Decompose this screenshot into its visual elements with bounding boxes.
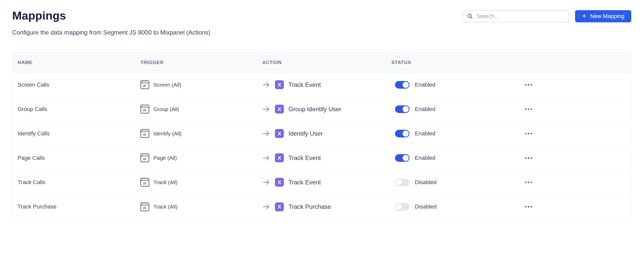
js-source-window-icon: JS xyxy=(140,153,149,162)
status-label: Enabled xyxy=(415,82,435,88)
svg-text:JS: JS xyxy=(143,133,146,136)
svg-text:JS: JS xyxy=(143,84,146,87)
action-label: Identify User xyxy=(288,130,323,137)
action-cell: X Group Identify User xyxy=(262,105,384,114)
trigger-label: Screen (All) xyxy=(153,82,181,88)
js-source-window-icon: JS xyxy=(140,202,149,211)
table-row[interactable]: Track Purchase JS Track (All) X Track Pu… xyxy=(12,195,631,219)
table-row[interactable]: Identify Calls JS Identify (All) X Ident… xyxy=(12,121,631,146)
new-mapping-button-label: New Mapping xyxy=(590,13,624,20)
table-row[interactable]: Group Calls JS Group (All) X Group Ident… xyxy=(12,97,631,121)
status-cell: Enabled xyxy=(384,130,518,137)
trigger-label: Group (All) xyxy=(153,106,179,112)
status-label: Disabled xyxy=(415,179,437,186)
action-label: Track Purchase xyxy=(288,203,331,210)
row-menu-button[interactable] xyxy=(524,131,533,136)
trigger-cell: JS Track (All) xyxy=(140,178,262,187)
status-toggle[interactable] xyxy=(395,154,409,162)
page-header: Mappings Configure the data mapping from… xyxy=(0,0,644,36)
status-label: Enabled xyxy=(415,130,435,137)
ellipsis-icon xyxy=(525,108,526,110)
mixpanel-icon: X xyxy=(275,105,284,114)
table-row[interactable]: Page Calls JS Page (All) X Track Event xyxy=(12,146,631,170)
new-mapping-button[interactable]: + New Mapping xyxy=(575,10,631,22)
arrow-right-icon xyxy=(262,203,270,210)
arrow-right-icon xyxy=(262,155,270,161)
ellipsis-icon xyxy=(525,206,526,208)
trigger-cell: JS Screen (All) xyxy=(140,80,262,89)
mapping-name: Track Calls xyxy=(18,179,140,186)
js-source-window-icon: JS xyxy=(140,105,149,114)
status-toggle[interactable] xyxy=(395,130,409,137)
js-source-window-icon: JS xyxy=(140,129,149,138)
action-label: Track Event xyxy=(288,81,321,88)
trigger-cell: JS Page (All) xyxy=(140,153,262,162)
status-cell: Enabled xyxy=(384,81,518,89)
status-label: Disabled xyxy=(415,203,437,210)
toggle-knob xyxy=(403,82,409,88)
status-toggle[interactable] xyxy=(395,203,409,211)
trigger-label: Page (All) xyxy=(153,155,177,161)
menu-cell xyxy=(518,204,631,210)
row-menu-button[interactable] xyxy=(524,155,533,161)
page-subtitle: Configure the data mapping from Segment … xyxy=(12,29,210,36)
table-row[interactable]: Track Calls JS Track (All) X Track Event xyxy=(12,170,631,195)
status-cell: Disabled xyxy=(384,203,518,211)
js-source-window-icon: JS xyxy=(140,178,149,187)
column-header-trigger: TRIGGER xyxy=(140,60,262,65)
plus-icon: + xyxy=(582,12,587,20)
trigger-cell: JS Track (All) xyxy=(140,202,262,211)
mapping-name: Track Purchase xyxy=(18,203,140,210)
action-cell: X Track Event xyxy=(262,178,384,187)
toggle-knob xyxy=(403,131,409,137)
trigger-label: Track (All) xyxy=(153,179,178,185)
action-label: Group Identify User xyxy=(288,106,341,113)
mixpanel-icon: X xyxy=(275,202,284,211)
status-toggle[interactable] xyxy=(395,179,409,186)
action-cell: X Identify User xyxy=(262,129,384,138)
mixpanel-icon: X xyxy=(275,80,284,89)
search-icon xyxy=(467,13,473,19)
menu-cell xyxy=(518,180,631,185)
toggle-knob xyxy=(403,155,409,161)
status-cell: Enabled xyxy=(384,105,518,113)
mapping-name: Identify Calls xyxy=(18,130,140,137)
trigger-cell: JS Identify (All) xyxy=(140,129,262,138)
status-cell: Disabled xyxy=(384,179,518,186)
action-cell: X Track Purchase xyxy=(262,202,384,211)
trigger-cell: JS Group (All) xyxy=(140,105,262,114)
column-header-action: ACTION xyxy=(262,60,384,65)
menu-cell xyxy=(518,82,631,88)
js-source-window-icon: JS xyxy=(140,80,149,89)
page-header-left: Mappings Configure the data mapping from… xyxy=(12,9,210,36)
row-menu-button[interactable] xyxy=(524,82,533,88)
status-toggle[interactable] xyxy=(395,81,409,89)
mapping-name: Page Calls xyxy=(18,155,140,161)
status-toggle[interactable] xyxy=(395,105,409,113)
trigger-label: Track (All) xyxy=(153,204,178,210)
row-menu-button[interactable] xyxy=(524,180,533,185)
mapping-name: Group Calls xyxy=(18,106,140,113)
mixpanel-icon: X xyxy=(275,153,284,162)
ellipsis-icon xyxy=(525,182,526,183)
row-menu-button[interactable] xyxy=(524,106,533,112)
search-box xyxy=(463,10,569,22)
toggle-knob xyxy=(403,106,409,112)
svg-text:JS: JS xyxy=(143,206,146,210)
action-label: Track Event xyxy=(288,154,321,162)
arrow-right-icon xyxy=(262,106,270,113)
arrow-right-icon xyxy=(262,130,270,137)
search-input[interactable] xyxy=(476,13,564,20)
trigger-label: Identify (All) xyxy=(153,131,182,137)
ellipsis-icon xyxy=(525,133,526,134)
table-row[interactable]: Screen Calls JS Screen (All) X Track Eve… xyxy=(12,73,631,97)
action-label: Track Event xyxy=(288,179,321,186)
arrow-right-icon xyxy=(262,82,270,88)
ellipsis-icon xyxy=(525,157,526,159)
row-menu-button[interactable] xyxy=(524,204,533,210)
column-header-status: STATUS xyxy=(384,60,518,65)
status-label: Enabled xyxy=(415,155,435,161)
status-cell: Enabled xyxy=(384,154,518,162)
svg-text:JS: JS xyxy=(143,109,146,112)
header-controls: + New Mapping xyxy=(463,10,631,22)
